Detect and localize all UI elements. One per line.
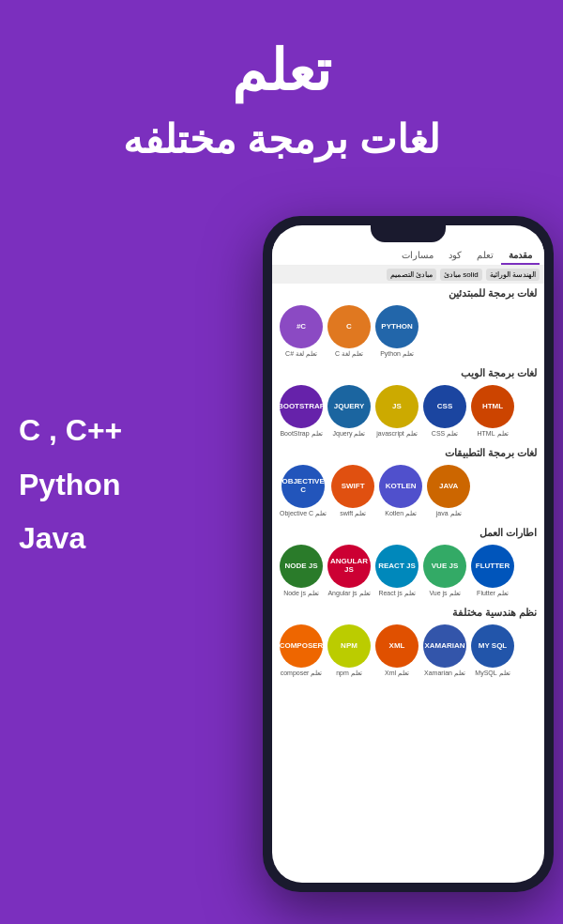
circle-label-4-3: تعلم Xamarian <box>424 670 465 677</box>
hero-section: تعلم لغات برمجة مختلفه <box>0 0 563 166</box>
circles-row-4: COMPOSERتعلم composerNPMتعلم npmXMLتعلم … <box>280 624 537 681</box>
circle-item-4-3[interactable]: XAMARIANتعلم Xamarian <box>423 624 466 677</box>
circles-row-1: BOOTSTRAPتعلم BootStrapJQUERYتعلم Jquery… <box>280 385 537 441</box>
circles-row-2: OBJECTIVE Cتعلم Objective CSWIFTتعلم swi… <box>280 465 537 521</box>
top-strip: الهندسة الورائية مبادئ solid مبادئ التصم… <box>272 266 544 284</box>
circle-label-4-0: تعلم composer <box>281 670 323 677</box>
strip-badge-1: الهندسة الورائية <box>486 269 540 281</box>
circle-0-0: C# <box>280 305 323 348</box>
circle-4-3: XAMARIAN <box>423 624 466 668</box>
circle-1-0: BOOTSTRAP <box>280 385 323 428</box>
circle-label-3-4: تعلم Flutter <box>477 590 509 597</box>
tab-intro[interactable]: مقدمة <box>501 247 540 265</box>
section-title-1: لغات برمجة الويب <box>280 367 537 379</box>
sections-container: لغات برمجة للمبتدئينC#تعلم لغة #CCتعلم ل… <box>272 284 544 683</box>
section-title-3: اطارات العمل <box>280 527 537 539</box>
circle-item-0-1[interactable]: Cتعلم لغة C <box>327 305 371 358</box>
circle-1-1: JQUERY <box>327 385 371 428</box>
circle-label-3-2: تعلم React js <box>378 590 415 597</box>
circle-item-4-2[interactable]: XMLتعلم Xml <box>375 624 418 677</box>
circle-item-2-2[interactable]: KOTLENتعلم Kotlen <box>379 465 422 517</box>
strip-badge-2: مبادئ solid <box>440 269 482 281</box>
circle-label-4-4: تعلم MySQL <box>475 670 510 677</box>
hero-line1: تعلم <box>0 38 563 105</box>
circle-1-3: CSS <box>423 385 466 428</box>
section-title-0: لغات برمجة للمبتدئين <box>280 287 537 300</box>
sidebar-line1: C , C++ <box>19 404 122 458</box>
circle-label-0-0: تعلم لغة #C <box>285 350 317 358</box>
circles-row-0: C#تعلم لغة #CCتعلم لغة CPYTHONتعلم Pytho… <box>280 305 537 362</box>
circle-label-3-0: تعلم Node js <box>283 590 319 597</box>
circle-label-3-1: تعلم Angular js <box>327 590 370 597</box>
hero-line2: لغات برمجة مختلفه <box>0 115 563 166</box>
circle-label-4-1: تعلم npm <box>336 670 362 677</box>
nav-tabs: مقدمة تعلم كود مسارات <box>272 242 544 266</box>
circle-1-4: HTML <box>471 385 514 428</box>
circle-3-4: FLUTTER <box>471 545 514 588</box>
phone-mockup: مقدمة تعلم كود مسارات الهندسة الورائية م… <box>263 216 554 892</box>
circle-item-1-1[interactable]: JQUERYتعلم Jquery <box>327 385 371 438</box>
section-4: نظم هندسية مختلفةCOMPOSERتعلم composerNP… <box>272 603 544 683</box>
circle-item-3-1[interactable]: ANGULAR JSتعلم Angular js <box>327 545 371 597</box>
sidebar-line2: Python <box>19 458 122 513</box>
section-title-4: نظم هندسية مختلفة <box>280 607 537 619</box>
tab-code[interactable]: كود <box>441 247 469 265</box>
screen-content: مقدمة تعلم كود مسارات الهندسة الورائية م… <box>272 225 544 883</box>
circle-item-2-0[interactable]: OBJECTIVE Cتعلم Objective C <box>280 465 327 517</box>
section-3: اطارات العملNODE JSتعلم Node jsANGULAR J… <box>272 523 544 603</box>
circle-label-2-1: تعلم swift <box>340 510 366 517</box>
circle-4-0: COMPOSER <box>280 624 323 668</box>
tab-learn[interactable]: تعلم <box>469 247 501 265</box>
circle-1-2: JS <box>375 385 418 428</box>
circle-label-1-0: تعلم BootStrap <box>280 430 322 438</box>
section-1: لغات برمجة الويبBOOTSTRAPتعلم BootStrapJ… <box>272 363 544 443</box>
circle-label-0-1: تعلم لغة C <box>335 350 363 358</box>
circle-item-1-4[interactable]: HTMLتعلم HTML <box>471 385 514 438</box>
circle-item-3-3[interactable]: VUE JSتعلم Vue js <box>423 545 466 597</box>
circle-item-1-3[interactable]: CSSتعلم CSS <box>423 385 466 438</box>
circle-2-0: OBJECTIVE C <box>282 465 325 508</box>
circle-item-1-2[interactable]: JSتعلم javascript <box>375 385 418 438</box>
circle-item-2-1[interactable]: SWIFTتعلم swift <box>331 465 374 517</box>
circle-label-1-2: تعلم javascript <box>376 430 418 438</box>
circle-3-2: REACT JS <box>375 545 418 588</box>
circle-0-2: PYTHON <box>375 305 418 348</box>
circle-item-4-1[interactable]: NPMتعلم npm <box>327 624 371 677</box>
sidebar-text: C , C++ Python Java <box>19 404 122 566</box>
circle-item-4-0[interactable]: COMPOSERتعلم composer <box>280 624 323 677</box>
circle-item-4-4[interactable]: MY SQLتعلم MySQL <box>471 624 514 677</box>
section-2: لغات برمجة التطبيقاتOBJECTIVE Cتعلم Obje… <box>272 443 544 523</box>
circle-label-0-2: تعلم Python <box>380 350 414 358</box>
circle-label-4-2: تعلم Xml <box>385 670 409 677</box>
phone-notch <box>371 225 446 242</box>
circle-item-1-0[interactable]: BOOTSTRAPتعلم BootStrap <box>280 385 323 438</box>
circle-2-2: KOTLEN <box>379 465 422 508</box>
circle-0-1: C <box>327 305 371 348</box>
circle-item-3-0[interactable]: NODE JSتعلم Node js <box>280 545 323 597</box>
circle-label-2-3: تعلم java <box>436 510 462 517</box>
circles-row-3: NODE JSتعلم Node jsANGULAR JSتعلم Angula… <box>280 545 537 601</box>
circle-2-3: JAVA <box>427 465 470 508</box>
circle-label-2-2: تعلم Kotlen <box>385 510 417 517</box>
circle-item-0-0[interactable]: C#تعلم لغة #C <box>280 305 323 358</box>
circle-label-2-0: تعلم Objective C <box>280 510 327 517</box>
circle-label-1-4: تعلم HTML <box>478 430 509 438</box>
phone-inner: مقدمة تعلم كود مسارات الهندسة الورائية م… <box>272 225 544 883</box>
circle-2-1: SWIFT <box>331 465 374 508</box>
circle-label-3-3: تعلم Vue js <box>429 590 460 597</box>
phone-outer: مقدمة تعلم كود مسارات الهندسة الورائية م… <box>263 216 554 892</box>
circle-4-4: MY SQL <box>471 624 514 668</box>
circle-3-3: VUE JS <box>423 545 466 588</box>
circle-label-1-1: تعلم Jquery <box>333 430 366 438</box>
circle-3-1: ANGULAR JS <box>327 545 371 588</box>
circle-4-1: NPM <box>327 624 371 668</box>
circle-4-2: XML <box>375 624 418 668</box>
section-title-2: لغات برمجة التطبيقات <box>280 447 537 459</box>
sidebar-line3: Java <box>19 512 122 566</box>
circle-item-3-2[interactable]: REACT JSتعلم React js <box>375 545 418 597</box>
tab-paths[interactable]: مسارات <box>394 247 441 265</box>
circle-label-1-3: تعلم CSS <box>432 430 458 438</box>
circle-item-0-2[interactable]: PYTHONتعلم Python <box>375 305 418 358</box>
circle-item-2-3[interactable]: JAVAتعلم java <box>427 465 470 517</box>
circle-item-3-4[interactable]: FLUTTERتعلم Flutter <box>471 545 514 597</box>
